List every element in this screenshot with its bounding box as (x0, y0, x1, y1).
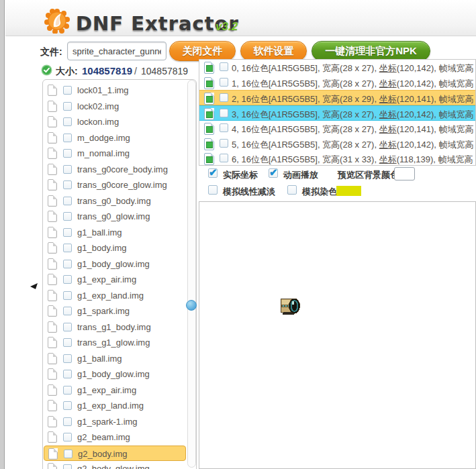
file-item[interactable]: g2_beam.img (44, 429, 186, 445)
file-item-label: g1_exp_air.img (77, 274, 136, 284)
file-checkbox[interactable] (63, 165, 72, 174)
file-path-input[interactable] (67, 42, 166, 60)
close-file-button[interactable]: 关闭文件 (169, 41, 236, 61)
file-item[interactable]: g1_exp_air.img (44, 272, 186, 287)
file-checkbox[interactable] (63, 102, 72, 111)
file-checkbox[interactable] (63, 338, 72, 347)
file-checkbox[interactable] (63, 260, 72, 268)
file-item[interactable]: g1_spark-1.img (44, 414, 186, 429)
coord-link[interactable]: 坐标 (379, 154, 397, 164)
file-item[interactable]: trans_g1_glow.img (44, 335, 186, 350)
frame-checkbox[interactable] (220, 93, 228, 102)
frame-info-pre: 5, 16位色[A1R5G5B5], 宽高(28 x 27), (232, 140, 379, 150)
tint-color-swatch[interactable] (336, 186, 361, 196)
frame-row[interactable]: 3, 16位色[A1R5G5B5], 宽高(28 x 27), 坐标(120,1… (199, 105, 475, 121)
frame-row[interactable]: 5, 16位色[A1R5G5B5], 宽高(28 x 27), 坐标(120,1… (199, 136, 475, 152)
frame-list: 0, 16位色[A1R5G5B5], 宽高(28 x 27), 坐标(120,1… (199, 59, 476, 166)
anim-play-checkbox[interactable] (269, 168, 278, 178)
file-list-scrollbar-thumb[interactable] (186, 300, 197, 311)
file-item[interactable]: trans_g0core_glow.img (44, 177, 186, 193)
frame-row[interactable]: 0, 16位色[A1R5G5B5], 宽高(28 x 27), 坐标(120,1… (199, 60, 475, 75)
file-item[interactable]: m_nomal.img (44, 146, 186, 161)
preview-area[interactable] (199, 201, 476, 469)
frame-info: 4, 16位色[A1R5G5B5], 宽高(28 x 27), 坐标(120,1… (232, 123, 474, 136)
file-checkbox[interactable] (63, 291, 72, 300)
file-item[interactable]: trans_g0_glow.img (44, 209, 186, 224)
file-item[interactable]: m_dodge.img (44, 130, 186, 146)
file-item-label: m_dodge.img (77, 133, 130, 143)
file-icon (48, 400, 57, 411)
frame-row[interactable]: 6, 16位色[A1R5G5B5], 宽高(31 x 33), 坐标(118,1… (199, 151, 475, 166)
file-checkbox[interactable] (63, 212, 72, 221)
file-checkbox[interactable] (63, 354, 72, 363)
file-item-label: g1_body_glow.img (77, 369, 150, 379)
settings-button[interactable]: 软件设置 (240, 41, 307, 61)
file-checkbox[interactable] (63, 180, 72, 189)
image-file-icon (204, 138, 214, 150)
coord-link[interactable]: 坐标 (379, 109, 397, 119)
frame-checkbox[interactable] (220, 123, 228, 132)
linear-dodge-checkbox[interactable] (208, 185, 218, 195)
clean-npk-button[interactable]: 一键清理非官方NPK (312, 41, 430, 61)
frame-info-post: (120,142), 帧域宽高 (397, 79, 474, 89)
file-checkbox[interactable] (63, 401, 72, 410)
frame-row[interactable]: 4, 16位色[A1R5G5B5], 宽高(28 x 27), 坐标(120,1… (199, 121, 475, 136)
file-item[interactable]: lock01_1.img (44, 83, 186, 98)
frame-checkbox[interactable] (220, 62, 228, 71)
file-checkbox[interactable] (64, 450, 73, 458)
file-item[interactable]: g1_ball.img (44, 225, 186, 240)
file-checkbox[interactable] (63, 307, 72, 315)
file-item[interactable]: g1_body.img (44, 240, 186, 256)
frame-row[interactable]: 1, 16位色[A1R5G5B5], 宽高(28 x 27), 坐标(120,1… (199, 75, 475, 91)
file-checkbox[interactable] (63, 386, 72, 395)
file-checkbox[interactable] (63, 464, 72, 469)
frame-row[interactable]: 2, 16位色[A1R5G5B5], 宽高(28 x 29), 坐标(120,1… (199, 90, 475, 105)
file-item[interactable]: g1_exp_land.img (44, 398, 186, 413)
frame-checkbox[interactable] (220, 139, 228, 148)
file-item[interactable]: g2_body.img (44, 446, 186, 461)
coord-link[interactable]: 坐标 (379, 79, 397, 89)
file-checkbox[interactable] (63, 86, 72, 95)
file-item[interactable]: trans_g0_body.img (44, 193, 186, 209)
file-checkbox[interactable] (63, 417, 72, 426)
file-item[interactable]: trans_g0core_body.img (44, 162, 186, 177)
actual-coord-checkbox[interactable] (208, 168, 218, 178)
file-item[interactable]: g1_ball.img (44, 351, 186, 366)
file-list-scrollbar-track[interactable] (187, 80, 196, 468)
frame-checkbox[interactable] (220, 109, 228, 117)
size-total-value: 104857819 (141, 66, 188, 76)
file-item[interactable]: lock02.img (44, 99, 186, 114)
file-item[interactable]: g1_body_glow.img (44, 256, 186, 272)
file-item[interactable]: g1_exp_air.img (44, 382, 186, 398)
file-checkbox[interactable] (63, 433, 72, 441)
file-checkbox[interactable] (63, 275, 72, 284)
image-file-icon (204, 108, 214, 120)
frame-checkbox[interactable] (220, 154, 228, 162)
file-item[interactable]: trans_g1_body.img (44, 319, 186, 335)
frame-info: 2, 16位色[A1R5G5B5], 宽高(28 x 29), 坐标(120,1… (232, 93, 474, 105)
file-checkbox[interactable] (63, 370, 72, 378)
coord-link[interactable]: 坐标 (379, 140, 397, 150)
coord-link[interactable]: 坐标 (379, 63, 397, 73)
preview-bg-color-swatch[interactable] (394, 167, 415, 180)
file-item[interactable]: g1_body_glow.img (44, 366, 186, 382)
titlebar: DNF Extractor v3.2 (5, 0, 476, 36)
coord-link[interactable]: 坐标 (379, 94, 397, 104)
file-checkbox[interactable] (63, 117, 72, 126)
file-checkbox[interactable] (63, 134, 72, 142)
anim-play-label: 动画播放 (283, 169, 318, 181)
file-checkbox[interactable] (63, 228, 72, 237)
tint-checkbox[interactable] (287, 185, 297, 195)
file-icon (48, 463, 57, 469)
coord-link[interactable]: 坐标 (379, 124, 397, 134)
file-checkbox[interactable] (63, 244, 72, 252)
frame-checkbox[interactable] (220, 78, 228, 87)
file-item[interactable]: lockon.img (44, 114, 186, 129)
frame-info: 1, 16位色[A1R5G5B5], 宽高(28 x 27), 坐标(120,1… (232, 78, 474, 90)
file-checkbox[interactable] (63, 323, 72, 331)
file-checkbox[interactable] (63, 149, 72, 158)
file-item[interactable]: g2_body_glow.img (44, 461, 186, 469)
file-item[interactable]: g1_exp_land.img (44, 288, 186, 303)
file-checkbox[interactable] (63, 197, 72, 205)
file-item[interactable]: g1_spark.img (44, 303, 186, 319)
